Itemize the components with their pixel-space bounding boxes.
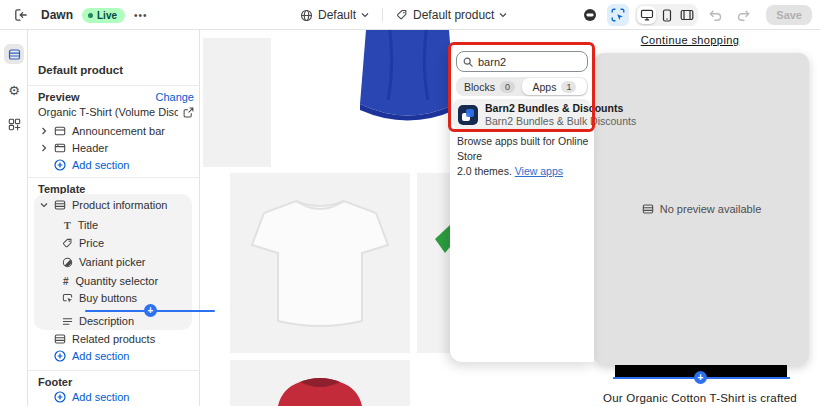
plus-circle-icon — [54, 350, 66, 362]
sections-sidebar: Default product Preview Change Organic T… — [28, 30, 200, 406]
block-type-tabs: Blocks 0 Apps 1 — [456, 77, 588, 96]
add-section-button-template[interactable]: Add section — [54, 350, 129, 362]
product-image-green-shirt[interactable] — [417, 173, 450, 353]
no-preview-message: No preview available — [594, 203, 809, 215]
locale-selector[interactable]: Default — [300, 8, 369, 22]
template-selector[interactable]: Default product — [396, 8, 507, 22]
product-description-snippet: Our Organic Cotton T-Shirt is crafted fr… — [590, 392, 810, 406]
chevron-down-icon[interactable] — [40, 201, 48, 209]
variant-picker-icon — [62, 257, 73, 268]
add-section-button-footer[interactable]: Add section — [54, 391, 129, 403]
insert-block-button[interactable]: + — [144, 304, 157, 317]
sidebar-item-related-products[interactable]: Related products — [54, 333, 155, 345]
search-input[interactable] — [478, 56, 578, 68]
title-icon: T — [64, 220, 71, 231]
product-media-thumbnail[interactable] — [203, 38, 271, 167]
more-actions-button[interactable]: ••• — [134, 10, 148, 21]
search-icon — [463, 57, 473, 67]
sidebar-item-product-information[interactable]: Product information — [40, 199, 167, 211]
product-image-blue-shirt[interactable] — [360, 30, 455, 128]
preview-label: Preview — [38, 91, 80, 103]
block-preview-panel: No preview available — [594, 53, 809, 365]
save-button[interactable]: Save — [766, 5, 812, 25]
live-status-badge: Live — [82, 8, 125, 23]
section-icon — [54, 333, 66, 345]
view-apps-link[interactable]: View apps — [515, 165, 563, 177]
inspector-icon[interactable] — [579, 4, 601, 26]
apps-count-badge: 1 — [561, 81, 576, 93]
block-item-variant-picker[interactable]: Variant picker — [62, 256, 145, 268]
app-result-barn2[interactable]: Barn2 Bundles & Discounts Barn2 Bundles … — [453, 99, 591, 130]
product-image-white-shirt[interactable] — [230, 173, 410, 353]
insert-section-button[interactable]: + — [694, 371, 707, 384]
fullscreen-view-icon[interactable] — [677, 6, 696, 24]
section-select-tool-icon[interactable] — [607, 4, 629, 26]
change-preview-link[interactable]: Change — [155, 91, 194, 103]
live-dot-icon — [88, 13, 93, 18]
chevron-right-icon[interactable] — [40, 127, 48, 135]
shopify-theme-editor: Dawn Live ••• Default Default product — [0, 0, 820, 406]
device-preview-switcher — [635, 4, 698, 26]
blocks-count-badge: 0 — [500, 81, 515, 93]
browse-apps-text: Browse apps built for Online Store 2.0 t… — [457, 134, 589, 179]
footer-header: Footer — [38, 376, 72, 388]
rail-app-embeds-icon[interactable] — [4, 114, 24, 134]
sidebar-item-header[interactable]: Header — [40, 142, 108, 154]
divider — [382, 8, 383, 22]
section-icon — [642, 203, 654, 215]
plus-circle-icon — [54, 159, 66, 171]
undo-icon[interactable] — [704, 4, 726, 26]
block-item-description[interactable]: Description — [62, 315, 134, 327]
description-icon — [62, 316, 73, 327]
announcement-bar-icon — [54, 125, 66, 137]
barn2-app-icon — [458, 105, 478, 125]
gear-icon: ⚙ — [8, 84, 20, 97]
add-block-popup: Blocks 0 Apps 1 Barn2 Bundles & Discount… — [450, 45, 594, 362]
preview-product-name: Organic T-Shirt (Volume Discount Bu... — [38, 106, 178, 118]
exit-editor-icon[interactable] — [10, 4, 32, 26]
globe-icon — [300, 9, 313, 22]
block-item-price[interactable]: Price — [62, 237, 104, 249]
tab-apps[interactable]: Apps 1 — [522, 78, 587, 95]
buy-buttons-icon — [62, 293, 73, 304]
app-result-title: Barn2 Bundles & Discounts — [485, 102, 636, 115]
tab-blocks[interactable]: Blocks 0 — [457, 78, 522, 95]
block-search-field[interactable] — [456, 51, 588, 72]
add-section-button-top[interactable]: Add section — [54, 159, 129, 171]
theme-name: Dawn — [41, 8, 73, 22]
plus-circle-icon — [54, 391, 66, 403]
topbar: Dawn Live ••• Default Default product — [0, 0, 820, 30]
desktop-view-icon[interactable] — [637, 6, 656, 24]
redo-icon[interactable] — [732, 4, 754, 26]
chevron-right-icon[interactable] — [40, 144, 48, 152]
block-item-buy-buttons[interactable]: Buy buttons — [62, 292, 137, 304]
sidebar-page-title: Default product — [38, 64, 123, 76]
quantity-icon: # — [63, 276, 69, 287]
header-icon — [54, 142, 66, 154]
rail-sections-icon[interactable] — [4, 44, 24, 64]
editor-rail: ⚙ — [0, 30, 28, 406]
continue-shopping-link[interactable]: Continue shopping — [600, 34, 780, 46]
product-image-red-shirt[interactable] — [230, 360, 410, 406]
price-tag-icon — [62, 238, 73, 249]
block-item-title[interactable]: T Title — [64, 219, 98, 231]
external-link-icon[interactable] — [183, 107, 194, 118]
section-icon — [54, 199, 66, 211]
tag-icon — [396, 9, 408, 21]
sidebar-item-announcement-bar[interactable]: Announcement bar — [40, 125, 165, 137]
app-result-subtitle: Barn2 Bundles & Bulk Discounts — [485, 115, 636, 128]
chevron-down-icon — [499, 12, 507, 18]
chevron-down-icon — [361, 12, 369, 18]
mobile-view-icon[interactable] — [657, 6, 676, 24]
rail-theme-settings-icon[interactable]: ⚙ — [4, 80, 24, 100]
block-item-quantity-selector[interactable]: # Quantity selector — [63, 275, 158, 287]
